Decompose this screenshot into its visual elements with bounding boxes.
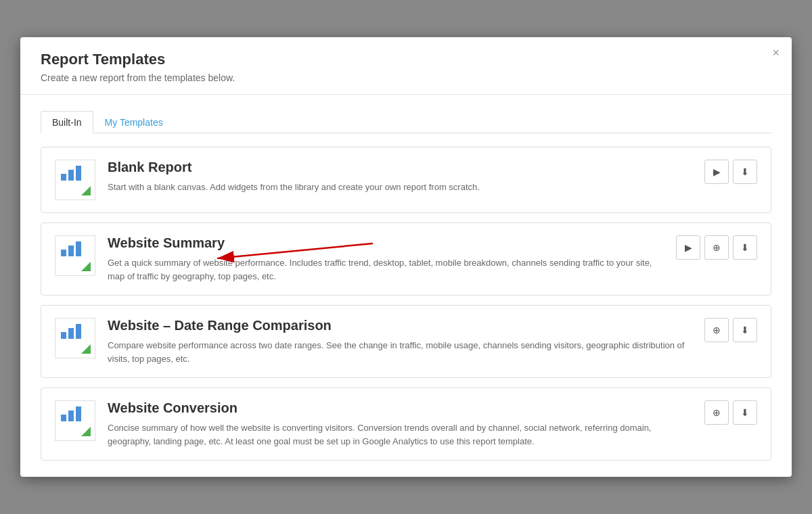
template-content-blank-report: Blank Report Start with a blank canvas. …	[108, 160, 691, 194]
bar1	[61, 174, 66, 181]
template-content-website-summary: Website Summary Get a quick summary of w…	[108, 235, 662, 283]
tab-built-in[interactable]: Built-In	[41, 111, 93, 133]
bar2	[68, 411, 74, 421]
globe-button-website-conversion[interactable]: ⊕	[704, 400, 729, 425]
template-card-blank-report: Blank Report Start with a blank canvas. …	[41, 147, 771, 213]
globe-button-website-summary[interactable]: ⊕	[704, 235, 729, 260]
tabs-container: Built-In My Templates	[41, 111, 771, 133]
close-button[interactable]: ×	[772, 47, 780, 59]
template-desc-website-conversion: Concise summary of how well the website …	[108, 421, 691, 448]
play-button-blank-report[interactable]: ▶	[704, 160, 729, 184]
bar1	[61, 250, 66, 256]
template-icon-blank-report	[55, 160, 95, 200]
bar3	[76, 166, 81, 181]
bar3	[76, 406, 81, 421]
template-icon-website-conversion	[55, 400, 95, 441]
modal-header: Report Templates Create a new report fro…	[20, 37, 792, 95]
template-actions-website-conversion: ⊕ ⬇	[704, 400, 757, 425]
download-button-website-summary[interactable]: ⬇	[733, 235, 757, 260]
triangle-icon	[81, 186, 91, 195]
template-card-website-conversion: Website Conversion Concise summary of ho…	[41, 388, 771, 461]
report-templates-modal: Report Templates Create a new report fro…	[20, 37, 792, 477]
template-name-blank-report: Blank Report	[108, 160, 691, 175]
download-button-blank-report[interactable]: ⬇	[733, 160, 757, 184]
download-button-website-conversion[interactable]: ⬇	[733, 400, 757, 425]
template-content-website-conversion: Website Conversion Concise summary of ho…	[108, 400, 691, 448]
template-list-container: Blank Report Start with a blank canvas. …	[41, 147, 771, 461]
bar3	[76, 241, 81, 256]
template-name-website-date-range: Website – Date Range Comparison	[108, 318, 691, 333]
template-desc-website-date-range: Compare website performance across two d…	[108, 339, 691, 365]
triangle-icon-conversion	[81, 427, 91, 436]
template-actions-website-date-range: ⊕ ⬇	[704, 318, 757, 342]
bar2	[68, 328, 74, 339]
bar2	[68, 246, 74, 256]
template-name-website-conversion: Website Conversion	[108, 400, 691, 416]
template-list: Blank Report Start with a blank canvas. …	[41, 147, 771, 461]
bar3	[76, 324, 81, 339]
template-content-website-date-range: Website – Date Range Comparison Compare …	[108, 318, 691, 365]
template-actions-website-summary: ▶ ⊕ ⬇	[676, 235, 757, 260]
bar2	[68, 170, 74, 181]
modal-body: Built-In My Templates	[20, 95, 792, 477]
bar-chart-icon-summary	[61, 241, 81, 256]
template-icon-website-summary	[55, 235, 95, 276]
download-button-website-date-range[interactable]: ⬇	[733, 318, 757, 342]
template-actions-blank-report: ▶ ⬇	[704, 160, 757, 184]
template-desc-blank-report: Start with a blank canvas. Add widgets f…	[108, 181, 691, 194]
modal-title: Report Templates	[41, 51, 771, 68]
template-icon-website-date-range	[55, 318, 95, 358]
template-desc-website-summary: Get a quick summary of website performan…	[108, 256, 662, 283]
modal-overlay: Report Templates Create a new report fro…	[0, 0, 812, 514]
triangle-icon-daterange	[81, 344, 91, 354]
template-card-website-summary: Website Summary Get a quick summary of w…	[41, 223, 771, 296]
bar1	[61, 415, 66, 421]
globe-button-website-date-range[interactable]: ⊕	[704, 318, 729, 342]
bar-chart-icon-daterange	[61, 324, 81, 339]
bar-chart-icon-conversion	[61, 406, 81, 421]
tab-my-templates[interactable]: My Templates	[93, 111, 175, 133]
modal-subtitle: Create a new report from the templates b…	[41, 72, 771, 83]
triangle-icon-summary	[81, 262, 91, 271]
template-name-website-summary: Website Summary	[108, 235, 662, 251]
template-card-website-date-range: Website – Date Range Comparison Compare …	[41, 305, 771, 378]
bar1	[61, 332, 66, 339]
bar-chart-icon	[61, 166, 81, 181]
play-button-website-summary[interactable]: ▶	[676, 235, 700, 260]
